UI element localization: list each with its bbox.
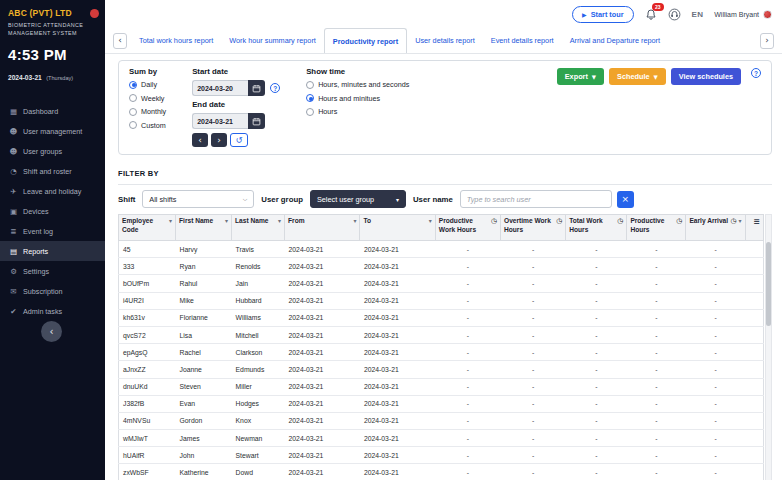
table-row[interactable]: wMJIwTJamesNewman2024-03-212024-03-21---…: [119, 430, 764, 447]
sort-caret-icon[interactable]: ▾: [169, 217, 172, 224]
scrollbar-thumb[interactable]: [766, 242, 771, 326]
end-date-calendar-button[interactable]: [248, 113, 265, 129]
sidebar-item-subscription[interactable]: ✉ Subscription: [0, 281, 105, 301]
tab-productivity-report[interactable]: Productivity report: [324, 28, 407, 53]
shift-select[interactable]: All shifts ⌵: [142, 190, 254, 208]
table-cell: -: [686, 378, 745, 395]
sort-caret-icon[interactable]: ▾: [278, 217, 281, 224]
column-header-overtime-work-hours[interactable]: Overtime Work Hours ◷ ▾ ≡: [501, 215, 566, 241]
table-cell: -: [686, 361, 745, 378]
column-header-employee-code[interactable]: Employee Code ◷ ▾ ≡: [119, 215, 176, 241]
panel-help-icon[interactable]: ?: [751, 68, 761, 78]
language-selector[interactable]: EN: [692, 10, 704, 19]
sidebar-item-shift-and-roster[interactable]: ◔ Shift and roster: [0, 161, 105, 181]
table-row[interactable]: 45HarvyTravis2024-03-212024-03-21-----: [119, 241, 764, 258]
sidebar-item-leave-and-holiday[interactable]: ✈ Leave and holiday: [0, 181, 105, 201]
table-row[interactable]: qvcS72LisaMitchell2024-03-212024-03-21--…: [119, 326, 764, 343]
column-header-label: Early Arrival: [689, 217, 728, 226]
start-tour-button[interactable]: ▶ Start tour: [572, 6, 633, 23]
end-date-input[interactable]: 2024-03-21: [192, 113, 248, 129]
refresh-button[interactable]: ↺: [230, 133, 248, 147]
tab-event-details-report[interactable]: Event details report: [483, 28, 562, 53]
table-row[interactable]: bOUfPmRahulJain2024-03-212024-03-21-----: [119, 275, 764, 292]
column-header-menu[interactable]: ◷ ▾ ≡: [745, 215, 763, 241]
column-header-productive-hours[interactable]: Productive Hours ◷ ▾ ≡: [627, 215, 686, 241]
column-header-from[interactable]: From ◷ ▾ ≡: [285, 215, 360, 241]
sidebar-collapse-button[interactable]: ‹: [41, 321, 62, 342]
notifications-button[interactable]: 23: [645, 8, 657, 21]
column-header-to[interactable]: To ◷ ▾ ≡: [360, 215, 435, 241]
table-cell: 2024-03-21: [360, 275, 435, 292]
radio-weekly[interactable]: Weekly: [129, 94, 166, 103]
table-row[interactable]: J382fBEvanHodges2024-03-212024-03-21----…: [119, 395, 764, 412]
table-row[interactable]: dnuUKdStevenMiller2024-03-212024-03-21--…: [119, 378, 764, 395]
table-row[interactable]: 4mNVSuGordonKnox2024-03-212024-03-21----…: [119, 412, 764, 429]
radio-custom[interactable]: Custom: [129, 121, 166, 130]
report-tabs: Total work hours reportWork hour summary…: [131, 28, 756, 53]
sum-by-label: Sum by: [129, 67, 166, 76]
sort-caret-icon[interactable]: ▾: [429, 217, 432, 224]
start-date-help-icon[interactable]: ?: [270, 83, 280, 93]
tab-user-details-report[interactable]: User details report: [407, 28, 483, 53]
table-cell: -: [627, 258, 686, 275]
tabs-scroll-left-button[interactable]: ‹: [113, 33, 127, 49]
table-cell: Katherine: [176, 464, 232, 480]
subtitle-line1: BIOMETRIC ATTENDANCE: [8, 22, 83, 28]
start-date-calendar-button[interactable]: [248, 80, 265, 96]
user-menu[interactable]: William Bryant: [714, 10, 772, 19]
table-cell: -: [686, 430, 745, 447]
column-menu-icon[interactable]: ≡: [753, 217, 760, 226]
clear-search-button[interactable]: ×: [617, 191, 634, 208]
table-cell: -: [686, 412, 745, 429]
table-row[interactable]: kh631vFlorianneWilliams2024-03-212024-03…: [119, 309, 764, 326]
support-button[interactable]: [668, 8, 681, 21]
sidebar-item-dashboard[interactable]: ▦ Dashboard: [0, 101, 105, 121]
tab-work-hour-summary-report[interactable]: Work hour summary report: [221, 28, 324, 53]
table-cell: -: [435, 309, 500, 326]
table-row[interactable]: hUAifRJohnStewart2024-03-212024-03-21---…: [119, 447, 764, 464]
export-button[interactable]: Export ▼: [557, 68, 604, 85]
start-date-input[interactable]: 2024-03-20: [192, 80, 248, 96]
sort-caret-icon[interactable]: ▾: [739, 217, 742, 224]
radio-monthly[interactable]: Monthly: [129, 107, 166, 116]
column-header-last-name[interactable]: Last Name ◷ ▾ ≡: [232, 215, 285, 241]
table-row[interactable]: epAgsQRachelClarkson2024-03-212024-03-21…: [119, 344, 764, 361]
view-schedules-button[interactable]: View schedules: [671, 68, 741, 85]
table-row[interactable]: aJnxZZJoanneEdmunds2024-03-212024-03-21-…: [119, 361, 764, 378]
sidebar-item-settings[interactable]: ⚙ Settings: [0, 261, 105, 281]
column-header-early-arrival[interactable]: Early Arrival ◷ ▾ ≡: [686, 215, 745, 241]
sort-caret-icon[interactable]: ▾: [353, 217, 356, 224]
table-row[interactable]: 333RyanRenolds2024-03-212024-03-21-----: [119, 258, 764, 275]
radio-hours-and-minitues[interactable]: Hours and minitues: [306, 94, 409, 103]
sidebar-item-event-log[interactable]: ≣ Event log: [0, 221, 105, 241]
tab-total-work-hours-report[interactable]: Total work hours report: [131, 28, 221, 53]
user-search-input[interactable]: [460, 190, 612, 208]
tabs-scroll-right-button[interactable]: ›: [760, 33, 774, 49]
table-cell: -: [435, 275, 500, 292]
column-header-total-work-hours[interactable]: Total Work Hours ◷ ▾ ≡: [566, 215, 627, 241]
next-period-button[interactable]: ›: [211, 133, 227, 147]
vertical-scrollbar[interactable]: [765, 214, 772, 480]
table-cell: qvcS72: [119, 326, 176, 343]
schedule-button[interactable]: Schedule ▼: [609, 68, 666, 85]
user-group-select[interactable]: Select user group ▾: [310, 190, 406, 208]
table-row[interactable]: zxWbSFKatherineDowd2024-03-212024-03-21-…: [119, 464, 764, 480]
sort-caret-icon[interactable]: ▾: [225, 217, 228, 224]
table-cell: -: [686, 275, 745, 292]
sidebar-item-user-management[interactable]: ☻ User management: [0, 121, 105, 141]
sidebar-item-admin-tasks[interactable]: ✔ Admin tasks: [0, 301, 105, 321]
sidebar-item-label: User groups: [23, 147, 62, 156]
column-header-productive-work-hours[interactable]: Productive Work Hours ◷ ▾ ≡: [435, 215, 500, 241]
table-cell: Steven: [176, 378, 232, 395]
company-subtitle: BIOMETRIC ATTENDANCE MANAGEMENT SYSTEM: [8, 21, 97, 37]
sidebar-item-devices[interactable]: ▣ Devices: [0, 201, 105, 221]
column-header-first-name[interactable]: First Name ◷ ▾ ≡: [176, 215, 232, 241]
radio-daily[interactable]: Daily: [129, 80, 166, 89]
previous-period-button[interactable]: ‹: [192, 133, 208, 147]
sidebar-item-reports[interactable]: ▤ Reports: [0, 241, 105, 261]
radio-hours-minutes-and-seconds[interactable]: Hours, minutes and seconds: [306, 80, 409, 89]
table-row[interactable]: i4UR2IMikeHubbard2024-03-212024-03-21---…: [119, 292, 764, 309]
radio-hours[interactable]: Hours: [306, 107, 409, 116]
tab-arrival-and-departure-report[interactable]: Arrival and Departure report: [562, 28, 668, 53]
sidebar-item-user-groups[interactable]: ☻ User groups: [0, 141, 105, 161]
